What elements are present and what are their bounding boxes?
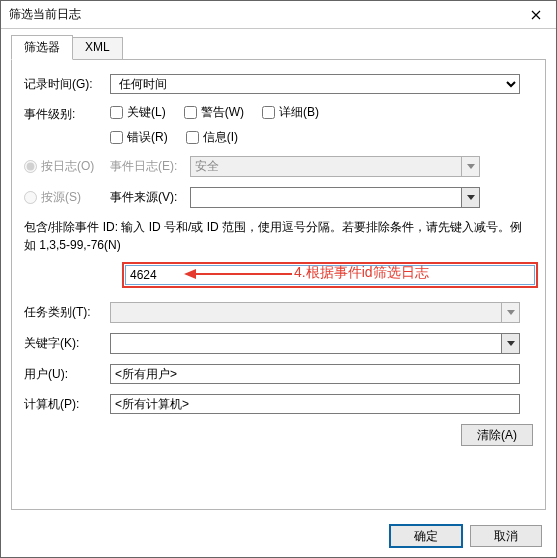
cb-critical-input[interactable] bbox=[110, 106, 123, 119]
cb-verbose-input[interactable] bbox=[262, 106, 275, 119]
eventlog-dropdown-btn bbox=[462, 156, 480, 177]
cb-warning-input[interactable] bbox=[184, 106, 197, 119]
eventsource-combo[interactable] bbox=[190, 187, 480, 208]
cb-info[interactable]: 信息(I) bbox=[186, 129, 238, 146]
task-dropdown-btn bbox=[502, 302, 520, 323]
close-button[interactable] bbox=[516, 1, 556, 29]
label-eventlog: 事件日志(E): bbox=[110, 158, 190, 175]
eventlog-value: 安全 bbox=[190, 156, 462, 177]
radio-bylog: 按日志(O) bbox=[24, 158, 110, 175]
clear-button[interactable]: 清除(A) bbox=[461, 424, 533, 446]
cb-critical[interactable]: 关键(L) bbox=[110, 104, 166, 121]
id-help-text: 包含/排除事件 ID: 输入 ID 号和/或 ID 范围，使用逗号分隔。若要排除… bbox=[24, 218, 533, 254]
dialog-window: 筛选当前日志 筛选器 XML 记录时间(G): 任何时间 事件级别: 关键(L)… bbox=[0, 0, 557, 558]
label-computer: 计算机(P): bbox=[24, 396, 110, 413]
radio-bylog-input bbox=[24, 160, 37, 173]
user-input[interactable] bbox=[110, 364, 520, 384]
keywords-value[interactable] bbox=[110, 333, 502, 354]
ok-button[interactable]: 确定 bbox=[390, 525, 462, 547]
chevron-down-icon bbox=[507, 310, 515, 316]
eventsource-value[interactable] bbox=[190, 187, 462, 208]
window-title: 筛选当前日志 bbox=[9, 6, 516, 23]
task-value bbox=[110, 302, 502, 323]
logged-time-select[interactable]: 任何时间 bbox=[110, 74, 520, 94]
dialog-buttons: 确定 取消 bbox=[1, 517, 556, 557]
label-logged: 记录时间(G): bbox=[24, 76, 110, 93]
cb-warning[interactable]: 警告(W) bbox=[184, 104, 244, 121]
eventlog-combo: 安全 bbox=[190, 156, 480, 177]
label-level: 事件级别: bbox=[24, 104, 110, 123]
label-keywords: 关键字(K): bbox=[24, 335, 110, 352]
keywords-dropdown-btn[interactable] bbox=[502, 333, 520, 354]
id-highlight-box bbox=[122, 262, 538, 288]
chevron-down-icon bbox=[507, 341, 515, 347]
label-task: 任务类别(T): bbox=[24, 304, 110, 321]
cb-error[interactable]: 错误(R) bbox=[110, 129, 168, 146]
label-user: 用户(U): bbox=[24, 366, 110, 383]
cb-error-input[interactable] bbox=[110, 131, 123, 144]
filter-panel: 记录时间(G): 任何时间 事件级别: 关键(L) 警告(W) 详细(B) 错误… bbox=[11, 59, 546, 510]
close-icon bbox=[531, 10, 541, 20]
event-id-input[interactable] bbox=[125, 265, 535, 285]
keywords-combo[interactable] bbox=[110, 333, 520, 354]
task-combo bbox=[110, 302, 520, 323]
cb-info-input[interactable] bbox=[186, 131, 199, 144]
eventsource-dropdown-btn[interactable] bbox=[462, 187, 480, 208]
cancel-button[interactable]: 取消 bbox=[470, 525, 542, 547]
radio-bysource-input bbox=[24, 191, 37, 204]
label-eventsource: 事件来源(V): bbox=[110, 189, 190, 206]
chevron-down-icon bbox=[467, 195, 475, 201]
computer-input[interactable] bbox=[110, 394, 520, 414]
tab-xml[interactable]: XML bbox=[72, 37, 123, 60]
tab-filter[interactable]: 筛选器 bbox=[11, 35, 73, 60]
chevron-down-icon bbox=[467, 164, 475, 170]
titlebar: 筛选当前日志 bbox=[1, 1, 556, 29]
tab-strip: 筛选器 XML bbox=[11, 35, 546, 60]
cb-verbose[interactable]: 详细(B) bbox=[262, 104, 319, 121]
radio-bysource: 按源(S) bbox=[24, 189, 110, 206]
